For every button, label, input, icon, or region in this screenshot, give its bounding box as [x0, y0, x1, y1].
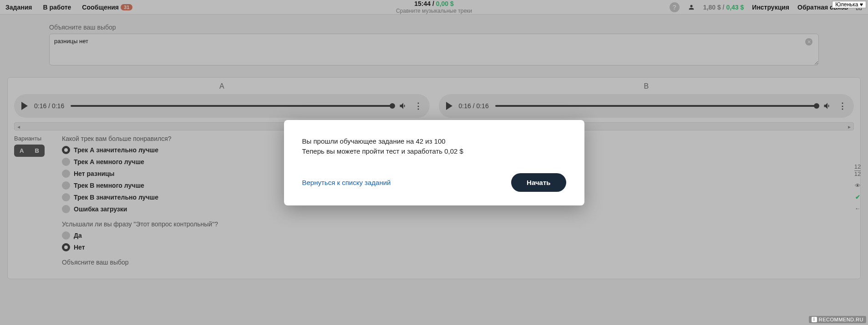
modal-line1: Вы прошли обучающее задание на 42 из 100 [302, 136, 566, 147]
username-badge: Юленька ♥ [832, 1, 866, 8]
modal-back-link[interactable]: Вернуться к списку заданий [302, 179, 391, 186]
modal-start-button[interactable]: Начать [511, 173, 566, 192]
modal-overlay: Вы прошли обучающее задание на 42 из 100… [0, 0, 868, 325]
modal-line2: Теперь вы можете пройти тест и заработат… [302, 146, 566, 157]
training-result-modal: Вы прошли обучающее задание на 42 из 100… [284, 120, 584, 205]
watermark: iRECOMMEND.RU [809, 316, 866, 323]
